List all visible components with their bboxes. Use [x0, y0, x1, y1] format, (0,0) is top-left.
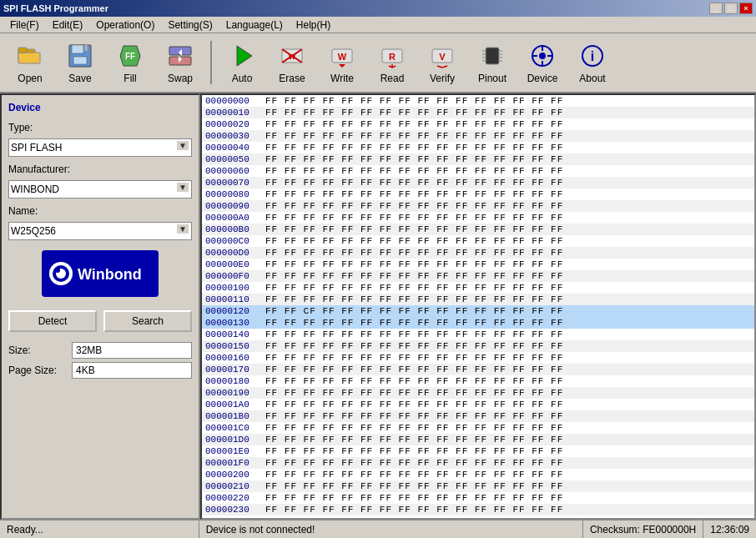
pinout-label: Pinout	[478, 73, 507, 84]
hex-row: 00000030 FF FF FF FF FF FF FF FF FF FF F…	[202, 130, 754, 142]
status-ready: Ready...	[0, 520, 199, 538]
hex-row: 00000060 FF FF FF FF FF FF FF FF FF FF F…	[202, 165, 754, 177]
pinout-button[interactable]: Pinout	[469, 38, 516, 88]
hex-row: 000001B0 FF FF FF FF FF FF FF FF FF FF F…	[202, 410, 754, 422]
svg-text:Winbond: Winbond	[78, 266, 142, 283]
verify-icon: V	[427, 41, 457, 71]
size-value: 32MB	[72, 342, 192, 359]
close-button[interactable]: ×	[739, 3, 753, 14]
hex-row: 00000130 FF FF FF FF FF FF FF FF FF FF F…	[202, 317, 754, 329]
hex-row: 000000F0 FF FF FF FF FF FF FF FF FF FF F…	[202, 270, 754, 282]
save-button[interactable]: Save	[57, 38, 103, 88]
title-bar: SPI FLASH Programmer _ □ ×	[0, 0, 756, 17]
manufacturer-logo: Winbond	[42, 250, 159, 297]
open-button[interactable]: Open	[7, 38, 53, 88]
write-label: Write	[330, 73, 354, 84]
hex-row: 00000100 FF FF FF FF FF FF FF FF FF FF F…	[202, 282, 754, 294]
menu-bar: File(F) Edit(E) Operation(O) Setting(S) …	[0, 17, 756, 33]
erase-icon: W	[277, 41, 307, 71]
hex-row: 00000110 FF FF FF FF FF FF FF FF FF FF F…	[202, 294, 754, 305]
svg-text:V: V	[439, 52, 446, 62]
menu-edit[interactable]: Edit(E)	[46, 18, 90, 33]
left-panel: Device Type: SPI FLASH SPI EEPROM I2C EE…	[0, 93, 200, 520]
save-label: Save	[68, 73, 91, 84]
erase-button[interactable]: W Erase	[269, 38, 315, 88]
window-title: SPI FLASH Programmer	[3, 3, 108, 13]
type-select-wrapper: SPI FLASH SPI EEPROM I2C EEPROM	[8, 138, 192, 157]
erase-label: Erase	[279, 73, 305, 84]
swap-button[interactable]: Swap	[157, 38, 204, 88]
menu-language[interactable]: Language(L)	[219, 18, 290, 33]
menu-setting[interactable]: Setting(S)	[161, 18, 219, 33]
toolbar-separator	[210, 41, 212, 84]
hex-row: 00000010 FF FF FF FF FF FF FF FF FF FF F…	[202, 107, 754, 118]
page-size-row: Page Size: 4KB	[8, 362, 192, 379]
status-time: 12:36:09	[703, 520, 756, 538]
time-text: 12:36:09	[710, 524, 749, 535]
device-button[interactable]: Device	[519, 38, 566, 88]
manufacturer-select[interactable]: WINBOND MACRONIX ATMEL SST	[8, 180, 192, 199]
menu-help[interactable]: Help(H)	[290, 18, 337, 33]
menu-file[interactable]: File(F)	[3, 18, 46, 33]
hex-editor[interactable]: 00000000 FF FF FF FF FF FF FF FF FF FF F…	[200, 93, 756, 520]
read-button[interactable]: R Read	[369, 38, 416, 88]
hex-row: 00000240 FF FF FF FF FF FF FF FF FF FF F…	[202, 515, 754, 518]
checksum-text: Checksum: FE000000H	[590, 524, 696, 535]
status-bar: Ready... Device is not connected! Checks…	[0, 520, 756, 538]
main-area: Device Type: SPI FLASH SPI EEPROM I2C EE…	[0, 93, 756, 520]
ready-text: Ready...	[7, 524, 43, 535]
fill-icon: FF	[115, 41, 145, 71]
hex-row: 00000170 FF FF FF FF FF FF FF FF FF FF F…	[202, 364, 754, 375]
hex-row: 00000190 FF FF FF FF FF FF FF FF FF FF F…	[202, 387, 754, 399]
svg-rect-1	[18, 53, 40, 63]
svg-point-43	[55, 268, 60, 273]
type-label: Type:	[8, 122, 192, 133]
detect-button[interactable]: Detect	[8, 310, 97, 332]
svg-rect-22	[486, 48, 499, 64]
fill-button[interactable]: FF Fill	[107, 38, 154, 88]
hex-row: 000001F0 FF FF FF FF FF FF FF FF FF FF F…	[202, 457, 754, 469]
menu-operation[interactable]: Operation(O)	[89, 18, 161, 33]
verify-label: Verify	[430, 73, 455, 84]
hex-row: 000000B0 FF FF FF FF FF FF FF FF FF FF F…	[202, 224, 754, 235]
svg-rect-2	[18, 48, 27, 53]
hex-row: 00000220 FF FF FF FF FF FF FF FF FF FF F…	[202, 492, 754, 504]
open-icon	[15, 41, 45, 71]
open-label: Open	[18, 73, 42, 84]
hex-row: 000001E0 FF FF FF FF FF FF FF FF FF FF F…	[202, 445, 754, 457]
search-button[interactable]: Search	[103, 310, 192, 332]
hex-row: 00000230 FF FF FF FF FF FF FF FF FF FF F…	[202, 504, 754, 515]
hex-scroll[interactable]: 00000000 FF FF FF FF FF FF FF FF FF FF F…	[202, 95, 754, 518]
manufacturer-label: Manufacturer:	[8, 163, 192, 175]
hex-row: 00000070 FF FF FF FF FF FF FF FF FF FF F…	[202, 177, 754, 189]
verify-button[interactable]: V Verify	[419, 38, 466, 88]
title-bar-buttons: _ □ ×	[709, 3, 753, 14]
svg-text:i: i	[591, 49, 594, 63]
hex-row: 00000160 FF FF FF FF FF FF FF FF FF FF F…	[202, 352, 754, 364]
action-buttons: Detect Search	[8, 310, 192, 332]
hex-row: 00000180 FF FF FF FF FF FF FF FF FF FF F…	[202, 375, 754, 387]
hex-row: 00000080 FF FF FF FF FF FF FF FF FF FF F…	[202, 189, 754, 200]
hex-row: 00000040 FF FF FF FF FF FF FF FF FF FF F…	[202, 142, 754, 153]
svg-rect-4	[72, 45, 83, 53]
svg-text:FF: FF	[125, 52, 135, 61]
hex-row: 00000200 FF FF FF FF FF FF FF FF FF FF F…	[202, 469, 754, 480]
write-button[interactable]: W Write	[319, 38, 365, 88]
type-select[interactable]: SPI FLASH SPI EEPROM I2C EEPROM	[8, 138, 192, 157]
hex-row: 00000020 FF FF FF FF FF FF FF FF FF FF F…	[202, 118, 754, 130]
page-size-label: Page Size:	[8, 365, 72, 376]
hex-row: 00000210 FF FF FF FF FF FF FF FF FF FF F…	[202, 480, 754, 492]
about-icon: i	[577, 41, 607, 71]
minimize-button[interactable]: _	[709, 3, 723, 14]
auto-label: Auto	[232, 73, 253, 84]
read-label: Read	[381, 73, 405, 84]
toolbar: Open Save FF Fill	[0, 33, 756, 93]
size-info: Size: 32MB Page Size: 4KB	[8, 342, 192, 382]
hex-row: 000001D0 FF FF FF FF FF FF FF FF FF FF F…	[202, 434, 754, 445]
svg-marker-11	[237, 46, 252, 66]
panel-section-title: Device	[8, 102, 192, 113]
auto-button[interactable]: Auto	[219, 38, 265, 88]
maximize-button[interactable]: □	[724, 3, 738, 14]
name-select[interactable]: W25Q256 W25Q128 W25Q64 W25Q32	[8, 222, 192, 240]
about-button[interactable]: i About	[569, 38, 616, 88]
